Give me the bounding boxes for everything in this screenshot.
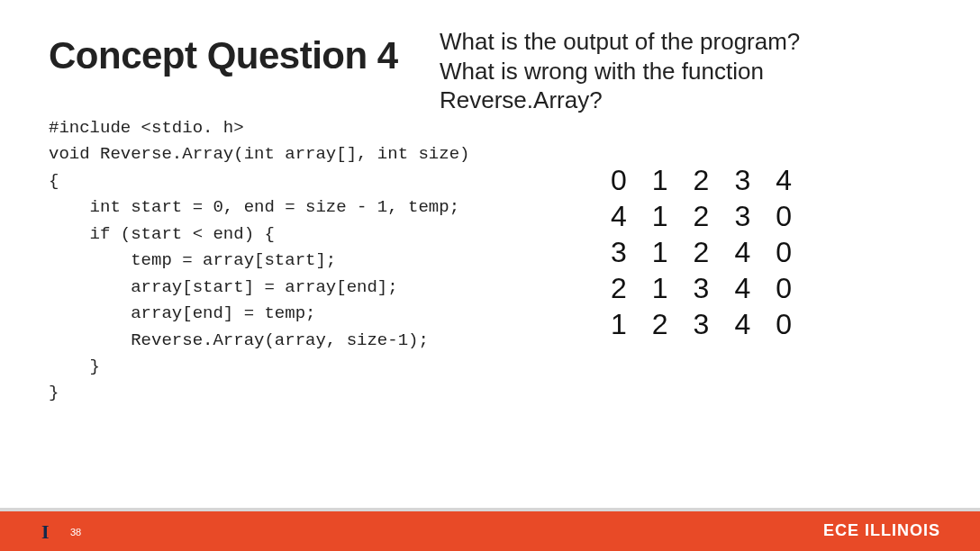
matrix-cell: 4 [721, 306, 763, 342]
matrix-cell: 2 [598, 270, 640, 306]
matrix-cell: 4 [763, 162, 804, 198]
matrix-cell: 1 [640, 270, 681, 306]
matrix-cell: 2 [681, 198, 722, 234]
matrix-cell: 3 [598, 234, 640, 270]
department-label: ECE ILLINOIS [823, 521, 940, 540]
question-line-2: What is wrong with the function [440, 57, 944, 86]
table-row: 3 1 2 4 0 [598, 234, 804, 270]
matrix-cell: 1 [640, 234, 681, 270]
footer-bar: I 38 ECE ILLINOIS [0, 511, 980, 551]
output-matrix: 0 1 2 3 4 4 1 2 3 0 3 1 2 4 0 2 [598, 162, 804, 342]
matrix-cell: 0 [763, 270, 804, 306]
matrix-cell: 4 [721, 234, 763, 270]
table-row: 4 1 2 3 0 [598, 198, 804, 234]
slide: Concept Question 4 What is the output of… [0, 0, 980, 551]
code-block: #include <stdio. h> void Reverse.Array(i… [49, 115, 469, 407]
matrix-cell: 0 [763, 234, 804, 270]
matrix-cell: 3 [721, 162, 763, 198]
question-line-1: What is the output of the program? [440, 27, 944, 57]
matrix-cell: 4 [721, 270, 763, 306]
page-number: 38 [70, 527, 81, 537]
table-row: 2 1 3 4 0 [598, 270, 804, 306]
matrix-cell: 3 [721, 198, 763, 234]
matrix-cell: 4 [598, 198, 640, 234]
matrix-cell: 3 [681, 270, 722, 306]
matrix-cell: 0 [598, 162, 640, 198]
matrix-cell: 2 [681, 234, 722, 270]
matrix-cell: 2 [640, 306, 681, 342]
matrix-cell: 1 [640, 162, 681, 198]
slide-title: Concept Question 4 [49, 34, 398, 77]
table-row: 0 1 2 3 4 [598, 162, 804, 198]
matrix-cell: 1 [640, 198, 681, 234]
illinois-logo-icon: I [41, 520, 50, 544]
table-row: 1 2 3 4 0 [598, 306, 804, 342]
matrix-cell: 3 [681, 306, 722, 342]
question-line-3: Reverse.Array? [440, 86, 944, 115]
matrix-table: 0 1 2 3 4 4 1 2 3 0 3 1 2 4 0 2 [598, 162, 804, 342]
matrix-cell: 0 [763, 198, 804, 234]
matrix-cell: 0 [763, 306, 804, 342]
matrix-cell: 1 [598, 306, 640, 342]
question-block: What is the output of the program? What … [440, 27, 944, 115]
matrix-cell: 2 [681, 162, 722, 198]
